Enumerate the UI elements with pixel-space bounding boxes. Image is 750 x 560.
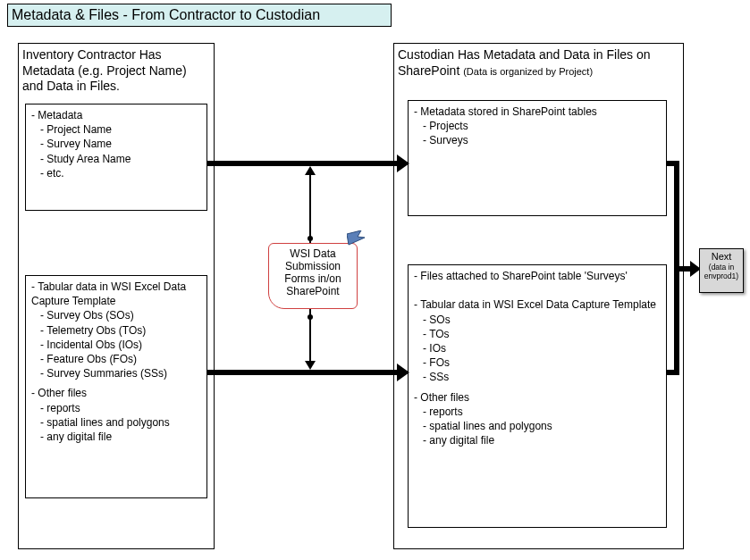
list-item: FOs (423, 355, 661, 370)
contractor-data-heading: Tabular data in WSI Excel Data Capture T… (31, 280, 186, 307)
arrow-data (207, 370, 397, 375)
list-item: Survey Name (40, 137, 201, 151)
list-item: any digital file (40, 430, 201, 444)
custodian-data-heading: Files attached to SharePoint table 'Surv… (420, 270, 627, 282)
dot-icon (308, 314, 313, 320)
submission-label-text: WSI Data Submission Forms in/on SharePoi… (284, 247, 341, 297)
custodian-heading: Custodian Has Metadata and Data in Files… (394, 44, 683, 80)
contractor-metadata-heading: Metadata (38, 109, 82, 121)
list-item: TOs (423, 327, 661, 341)
next-label: Next (712, 251, 732, 262)
arrow-metadata (207, 161, 397, 166)
page-title-text: Metadata & Files - From Contractor to Cu… (12, 7, 320, 23)
list-item: Feature Obs (FOs) (40, 352, 201, 366)
list-item: Survey Summaries (SSs) (40, 366, 201, 380)
dot-icon (308, 236, 313, 241)
arrow-up-icon (305, 166, 316, 175)
list-item: Project Name (40, 122, 201, 137)
list-item: Survey Obs (SOs) (40, 308, 201, 322)
list-item: SSs (423, 370, 661, 384)
next-box: Next (data in envprod1) (699, 248, 744, 293)
list-item: Study Area Name (40, 152, 201, 166)
contractor-data-box: - Tabular data in WSI Excel Data Capture… (25, 275, 207, 498)
list-item: spatial lines and polygons (40, 415, 201, 430)
list-item: spatial lines and polygons (423, 419, 661, 433)
list-item: Projects (423, 119, 661, 133)
contractor-metadata-list: Project Name Survey Name Study Area Name… (31, 122, 201, 180)
custodian-metadata-heading: Metadata stored in SharePoint tables (420, 105, 596, 118)
list-item: etc. (40, 166, 201, 180)
list-item: SOs (423, 313, 661, 327)
next-sub: (data in envprod1) (702, 263, 741, 280)
arrow-right-icon (397, 364, 409, 381)
custodian-metadata-box: - Metadata stored in SharePoint tables P… (408, 100, 667, 216)
arrow-down-icon (305, 361, 316, 370)
custodian-tabular-heading: Tabular data in WSI Excel Data Capture T… (420, 298, 656, 311)
list-item: IOs (423, 341, 661, 355)
arrow-right-icon (397, 155, 409, 172)
custodian-metadata-list: Projects Surveys (414, 119, 661, 147)
list-item: Surveys (423, 133, 661, 147)
connector (674, 266, 692, 272)
contractor-other-heading: Other files (38, 387, 87, 399)
custodian-heading-sub: (Data is organized by Project) (463, 66, 593, 77)
custodian-tabular-list: SOs TOs IOs FOs SSs (414, 313, 661, 385)
page-title: Metadata & Files - From Contractor to Cu… (7, 4, 392, 27)
list-item: Incidental Obs (IOs) (40, 338, 201, 352)
contractor-heading: Inventory Contractor Has Metadata (e.g. … (19, 44, 214, 96)
submission-label: WSI Data Submission Forms in/on SharePoi… (268, 243, 358, 309)
custodian-other-list: reports spatial lines and polygons any d… (414, 405, 661, 448)
list-item: reports (40, 401, 201, 415)
svg-marker-0 (347, 230, 365, 245)
contractor-metadata-box: - Metadata Project Name Survey Name Stud… (25, 104, 207, 211)
list-item: any digital file (423, 433, 661, 447)
list-item: Telemetry Obs (TOs) (40, 323, 201, 338)
custodian-data-box: - Files attached to SharePoint table 'Su… (408, 264, 667, 528)
list-item: reports (423, 405, 661, 419)
contractor-other-list: reports spatial lines and polygons any d… (31, 401, 201, 445)
custodian-other-heading: Other files (420, 391, 469, 404)
contractor-data-list: Survey Obs (SOs) Telemetry Obs (TOs) Inc… (31, 308, 201, 380)
